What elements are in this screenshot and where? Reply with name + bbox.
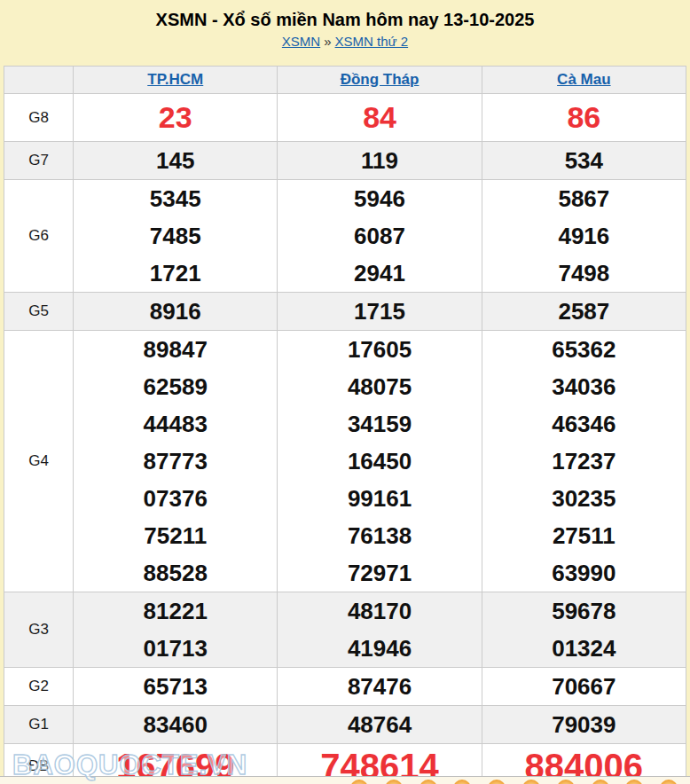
breadcrumb-link-current[interactable]: XSMN thứ 2 xyxy=(335,34,409,49)
prize-row-g5: G5891617152587 xyxy=(4,293,686,331)
prize-cell: 119 xyxy=(278,142,482,180)
prize-cell: 8122101713 xyxy=(74,592,278,668)
prize-value: 2941 xyxy=(278,255,481,292)
prize-value: 34036 xyxy=(482,368,686,405)
prize-value: 534 xyxy=(482,142,686,179)
prize-cell: 8916 xyxy=(74,293,278,331)
prize-value: 5345 xyxy=(74,180,277,217)
prize-value: 75211 xyxy=(74,517,277,554)
prize-value: 7485 xyxy=(74,217,277,255)
breadcrumb-link-xsmn[interactable]: XSMN xyxy=(282,34,320,49)
prize-value: 87773 xyxy=(74,443,277,480)
prize-value: 119 xyxy=(278,142,481,179)
province-header-ca-mau: Cà Mau xyxy=(482,67,686,94)
prize-value: 17237 xyxy=(482,443,686,480)
prize-value: 84 xyxy=(278,94,481,141)
bottom-strip xyxy=(0,776,690,784)
prize-value: 86 xyxy=(482,94,686,141)
prize-value: 76138 xyxy=(278,517,481,554)
ball-icon xyxy=(453,780,471,784)
prize-label-g2: G2 xyxy=(4,668,74,706)
prize-value: 27511 xyxy=(482,517,686,554)
province-header-row: TP.HCM Đồng Tháp Cà Mau xyxy=(4,67,686,94)
prize-value: 81221 xyxy=(74,592,277,630)
prize-cell: 586749167498 xyxy=(482,180,686,293)
prize-value: 1721 xyxy=(74,255,277,292)
prize-value: 83460 xyxy=(74,706,277,743)
prize-cell: 594660872941 xyxy=(278,180,482,293)
prize-value: 17605 xyxy=(278,331,481,368)
prize-value: 1715 xyxy=(278,293,481,330)
prize-cell: 534 xyxy=(482,142,686,180)
ball-icon xyxy=(660,780,678,784)
prize-cell: 5967801324 xyxy=(482,592,686,668)
prize-value: 89847 xyxy=(74,331,277,368)
prize-column-header-empty xyxy=(4,67,74,94)
ball-icon xyxy=(557,780,575,784)
prize-value: 72971 xyxy=(278,554,481,592)
prize-label-g1: G1 xyxy=(4,706,74,744)
province-link-ca-mau[interactable]: Cà Mau xyxy=(557,71,610,88)
prize-row-g1: G1834604876479039 xyxy=(4,706,686,744)
prize-value: 34159 xyxy=(278,405,481,443)
prize-cell: 23 xyxy=(74,94,278,142)
prize-row-g3: G3812210171348170419465967801324 xyxy=(4,592,686,668)
prize-value: 70667 xyxy=(482,668,686,705)
prize-cell: 17605480753415916450991617613872971 xyxy=(278,331,482,592)
prize-value: 87476 xyxy=(278,668,481,705)
ball-icon xyxy=(488,780,506,784)
prize-label-g7: G7 xyxy=(4,142,74,180)
prize-value: 62589 xyxy=(74,368,277,405)
prize-label-g5: G5 xyxy=(4,293,74,331)
prize-value: 46346 xyxy=(482,405,686,443)
page-header: XSMN - Xổ số miền Nam hôm nay 13-10-2025… xyxy=(0,0,690,66)
lottery-results-table: TP.HCM Đồng Tháp Cà Mau G8238486G7145119… xyxy=(4,66,686,784)
prize-cell: 79039 xyxy=(482,706,686,744)
prize-cell: 87476 xyxy=(278,668,482,706)
prize-label-g6: G6 xyxy=(4,180,74,293)
prize-cell: 89847625894448387773073767521188528 xyxy=(74,331,278,592)
prize-value: 30235 xyxy=(482,480,686,517)
prize-row-g7: G7145119534 xyxy=(4,142,686,180)
ball-icon xyxy=(350,780,368,784)
prize-value: 145 xyxy=(74,142,277,179)
prize-value: 2587 xyxy=(482,293,686,330)
prize-cell: 83460 xyxy=(74,706,278,744)
prize-value: 6087 xyxy=(278,217,481,255)
prize-value: 07376 xyxy=(74,480,277,517)
prize-cell: 65713 xyxy=(74,668,278,706)
prize-cell: 70667 xyxy=(482,668,686,706)
prize-value: 48170 xyxy=(278,592,481,630)
ball-icon xyxy=(419,780,437,784)
ball-icon xyxy=(385,780,403,784)
province-header-dong-thap: Đồng Tháp xyxy=(278,67,482,94)
prize-cell: 534574851721 xyxy=(74,180,278,293)
prize-cell: 86 xyxy=(482,94,686,142)
prize-value: 65713 xyxy=(74,668,277,705)
prize-cell: 48764 xyxy=(278,706,482,744)
prize-cell: 84 xyxy=(278,94,482,142)
prize-label-g8: G8 xyxy=(4,94,74,142)
prize-value: 01713 xyxy=(74,630,277,667)
breadcrumb: XSMN»XSMN thứ 2 xyxy=(0,34,690,49)
prize-cell: 145 xyxy=(74,142,278,180)
prize-value: 48764 xyxy=(278,706,481,743)
prize-row-g4: G489847625894448387773073767521188528176… xyxy=(4,331,686,592)
province-link-dong-thap[interactable]: Đồng Tháp xyxy=(341,71,419,88)
prize-label-g3: G3 xyxy=(4,592,74,668)
province-link-tphcm[interactable]: TP.HCM xyxy=(147,71,203,88)
prize-value: 99161 xyxy=(278,480,481,517)
prize-label-g4: G4 xyxy=(4,331,74,592)
ball-icon xyxy=(522,780,540,784)
prize-value: 44483 xyxy=(74,405,277,443)
prize-value: 59678 xyxy=(482,592,686,630)
province-header-tphcm: TP.HCM xyxy=(74,67,278,94)
prize-value: 4916 xyxy=(482,217,686,255)
page: { "header": { "title": "XSMN - Xổ số miề… xyxy=(0,0,690,784)
prize-value: 16450 xyxy=(278,443,481,480)
prize-cell: 65362340364634617237302352751163990 xyxy=(482,331,686,592)
ball-icon xyxy=(592,780,609,784)
prize-value: 79039 xyxy=(482,706,686,743)
prize-cell: 1715 xyxy=(278,293,482,331)
prize-cell: 4817041946 xyxy=(278,592,482,668)
